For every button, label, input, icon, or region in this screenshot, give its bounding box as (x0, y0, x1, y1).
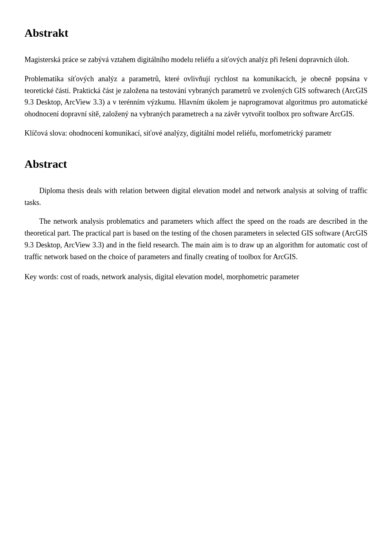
abstract-section: Abstract Diploma thesis deals with relat… (24, 156, 368, 283)
abstract-title: Abstract (24, 156, 368, 173)
abstrakt-title: Abstrakt (24, 24, 368, 42)
abstract-paragraph2: The network analysis problematics and pa… (24, 216, 368, 262)
abstrakt-paragraph2: Problematika síťových analýz a parametrů… (24, 73, 368, 120)
abstract-keywords: Key words: cost of roads, network analys… (24, 271, 368, 283)
page: Abstrakt Magisterská práce se zabývá vzt… (0, 0, 392, 536)
abstract-paragraph1: Diploma thesis deals with relation betwe… (24, 185, 368, 209)
abstrakt-keywords: Klíčová slova: ohodnocení komunikací, sí… (24, 127, 368, 139)
abstrakt-paragraph1: Magisterská práce se zabývá vztahem digi… (24, 54, 368, 66)
